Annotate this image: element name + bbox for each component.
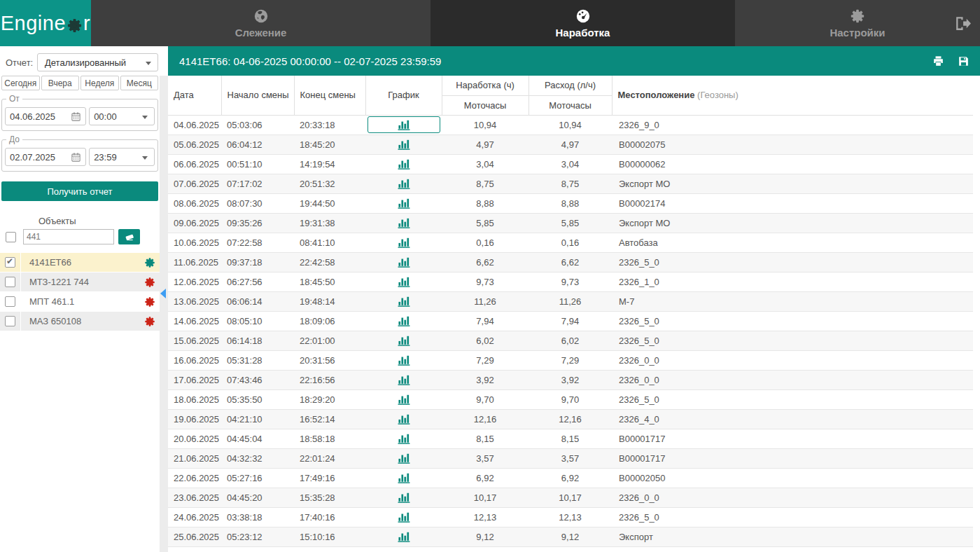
report-table-body: 04.06.2025 05:03:06 20:33:18 10,94 10,94… bbox=[168, 115, 973, 546]
cell-date: 05.06.2025 bbox=[168, 134, 221, 154]
chart-button[interactable] bbox=[368, 156, 440, 172]
sidebar-collapse-arrow[interactable] bbox=[160, 289, 166, 298]
bar-chart-icon bbox=[396, 276, 412, 287]
cell-shift-end: 16:52:14 bbox=[294, 409, 365, 429]
cell-shift-start: 09:35:26 bbox=[221, 213, 294, 233]
chart-button[interactable] bbox=[368, 254, 440, 270]
cell-location: 2326_9_0 bbox=[612, 115, 973, 134]
chevron-down-icon bbox=[142, 116, 148, 119]
objects-filter-input[interactable] bbox=[23, 229, 114, 244]
chart-button[interactable] bbox=[368, 509, 440, 525]
cell-date: 18.06.2025 bbox=[168, 389, 221, 409]
cell-shift-end: 19:48:14 bbox=[294, 291, 365, 311]
chart-button[interactable] bbox=[368, 214, 440, 231]
cell-shift-end: 18:09:06 bbox=[294, 311, 365, 331]
chart-button[interactable] bbox=[368, 234, 440, 251]
cell-chart bbox=[365, 507, 442, 527]
report-type-select[interactable]: Детализированный bbox=[37, 53, 158, 71]
cell-consumption: 9,12 bbox=[528, 527, 612, 546]
chart-button[interactable] bbox=[368, 312, 440, 329]
from-date-input[interactable]: 04.06.2025 bbox=[5, 107, 86, 125]
logout-icon[interactable] bbox=[953, 15, 971, 32]
print-icon[interactable] bbox=[932, 55, 945, 68]
to-time-value: 23:59 bbox=[94, 152, 117, 163]
object-list-item[interactable]: МТЗ-1221 744 bbox=[0, 272, 160, 292]
cell-shift-start: 08:05:10 bbox=[221, 311, 294, 331]
tab-operating-time[interactable]: Наработка bbox=[430, 0, 735, 46]
object-settings-gear-icon[interactable] bbox=[144, 296, 155, 308]
report-table-header: Дата Начало смены Конец смены График Нар… bbox=[168, 76, 973, 115]
cell-chart bbox=[365, 311, 442, 331]
tab-label: Наработка bbox=[556, 27, 610, 39]
quick-range-button[interactable]: Неделя bbox=[80, 76, 119, 90]
to-time-input[interactable]: 23:59 bbox=[89, 148, 155, 166]
tab-settings[interactable]: Настройки bbox=[735, 0, 980, 46]
quick-range-button[interactable]: Месяц bbox=[120, 76, 159, 90]
quick-range-button[interactable]: Сегодня bbox=[1, 76, 40, 90]
cell-location: B00002050 bbox=[612, 468, 973, 488]
chart-button[interactable] bbox=[368, 293, 440, 310]
logo-gear-icon bbox=[66, 18, 83, 34]
cell-consumption: 12,16 bbox=[528, 409, 612, 429]
cell-location: Экспорт МО bbox=[612, 213, 973, 233]
select-all-objects-checkbox[interactable] bbox=[6, 232, 16, 242]
chart-button[interactable] bbox=[368, 430, 440, 447]
save-icon[interactable] bbox=[957, 55, 970, 68]
from-time-input[interactable]: 00:00 bbox=[89, 107, 155, 125]
gauge-icon bbox=[575, 8, 591, 24]
get-report-button[interactable]: Получить отчет bbox=[1, 181, 158, 201]
bar-chart-icon bbox=[396, 492, 412, 503]
cell-date: 24.06.2025 bbox=[168, 507, 221, 527]
object-settings-gear-icon[interactable] bbox=[144, 316, 155, 327]
to-date-input[interactable]: 02.07.2025 bbox=[5, 148, 86, 166]
calendar-icon[interactable] bbox=[71, 111, 81, 122]
cell-shift-start: 04:45:04 bbox=[221, 429, 294, 448]
object-list-item[interactable]: МАЗ 650108 bbox=[0, 312, 160, 331]
cell-location: B00000062 bbox=[612, 154, 973, 174]
object-checkbox[interactable] bbox=[5, 277, 15, 287]
tab-tracking[interactable]: Слежение bbox=[91, 0, 430, 46]
cell-operating-hours: 4,97 bbox=[442, 134, 528, 154]
cell-chart bbox=[365, 233, 442, 252]
chart-button[interactable] bbox=[368, 175, 440, 192]
object-settings-gear-icon[interactable] bbox=[144, 277, 155, 288]
chart-button[interactable] bbox=[368, 195, 440, 212]
cell-shift-end: 20:51:32 bbox=[294, 174, 365, 193]
chart-button[interactable] bbox=[368, 391, 440, 408]
chart-button[interactable] bbox=[368, 332, 440, 349]
cell-shift-start: 05:31:28 bbox=[221, 350, 294, 370]
cell-shift-start: 06:14:18 bbox=[221, 331, 294, 350]
quick-range-button[interactable]: Вчера bbox=[41, 76, 80, 90]
chart-button[interactable] bbox=[368, 116, 440, 133]
object-list-item[interactable]: МПТ 461.1 bbox=[0, 292, 160, 312]
col-consumption-motohours: Моточасы bbox=[528, 95, 612, 115]
chart-button[interactable] bbox=[368, 136, 440, 153]
col-consumption: Расход (л/ч) bbox=[528, 76, 612, 95]
chart-button[interactable] bbox=[368, 469, 440, 486]
object-checkbox[interactable] bbox=[5, 296, 15, 307]
chart-button[interactable] bbox=[368, 528, 440, 545]
cell-chart bbox=[365, 193, 442, 213]
object-checkbox[interactable] bbox=[5, 316, 15, 326]
chart-button[interactable] bbox=[368, 352, 440, 368]
table-row: 05.06.2025 06:04:12 18:45:20 4,97 4,97 B… bbox=[168, 134, 973, 154]
cell-shift-start: 09:37:18 bbox=[221, 252, 294, 272]
object-checkbox[interactable] bbox=[5, 257, 15, 268]
cell-chart bbox=[365, 429, 442, 448]
calendar-icon[interactable] bbox=[71, 152, 81, 163]
clear-filter-button[interactable] bbox=[118, 229, 140, 244]
chart-button[interactable] bbox=[368, 489, 440, 506]
object-settings-gear-icon[interactable] bbox=[144, 257, 155, 268]
cell-chart bbox=[365, 252, 442, 272]
tab-label: Настройки bbox=[830, 27, 885, 39]
chart-button[interactable] bbox=[368, 450, 440, 467]
chart-button[interactable] bbox=[368, 371, 440, 388]
table-row: 09.06.2025 09:35:26 19:31:38 5,85 5,85 Э… bbox=[168, 213, 973, 233]
chart-button[interactable] bbox=[368, 273, 440, 290]
report-sidebar: Отчет: Детализированный СегодняВчераНеде… bbox=[0, 46, 160, 552]
chart-button[interactable] bbox=[368, 410, 440, 427]
app-logo: Engine r bbox=[0, 0, 91, 46]
cell-shift-end: 15:10:16 bbox=[294, 527, 365, 546]
cell-chart bbox=[365, 389, 442, 409]
object-list-item[interactable]: 4141ЕТ66 bbox=[0, 253, 160, 272]
